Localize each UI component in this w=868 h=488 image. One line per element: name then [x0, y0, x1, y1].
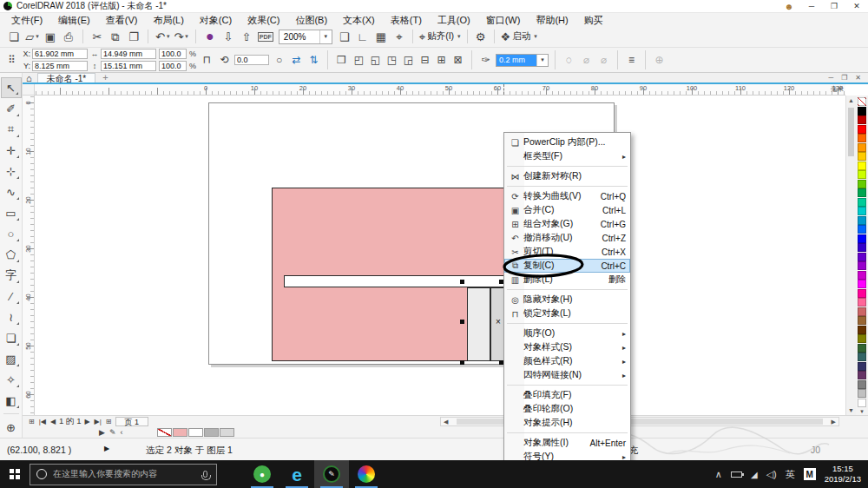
no-color-swatch[interactable] [858, 97, 866, 106]
palette-swatch[interactable] [858, 353, 866, 361]
freehand-pick-tool[interactable]: ⊹ [1, 161, 22, 181]
menubar-item-9[interactable]: 表格(T) [383, 13, 430, 27]
shadow-tool[interactable]: ❏ [1, 327, 22, 348]
context-menu-item-19[interactable]: 颜色样式(R)▸ [504, 354, 630, 368]
context-menu-item-26[interactable]: 对象属性(I)Alt+Enter [504, 436, 630, 450]
doc-close-button[interactable]: ✕ [855, 74, 861, 82]
ellipse-tool[interactable]: ○ [1, 223, 22, 244]
eyedropper-tool[interactable]: ✧ [1, 369, 22, 390]
palette-swatch[interactable] [858, 162, 866, 170]
palette-swatch[interactable] [858, 298, 866, 307]
battery-icon[interactable] [731, 472, 742, 478]
palette-swatch[interactable] [858, 316, 866, 325]
menubar-item-2[interactable]: 编辑(E) [50, 13, 98, 27]
context-menu-item-20[interactable]: 因特网链接(N)▸ [504, 368, 630, 382]
taskbar-app-coreldraw[interactable]: ✎ [314, 460, 349, 488]
cut-button[interactable]: ✂ [89, 28, 106, 45]
context-menu-item-12[interactable]: ▥删除(L)删除 [504, 273, 630, 287]
page-tab[interactable]: 页 1 [115, 417, 149, 426]
palette-swatch[interactable] [858, 125, 866, 134]
text-tool[interactable]: 字 [1, 265, 22, 286]
menubar-item-3[interactable]: 查看(V) [98, 13, 146, 27]
copy-button[interactable]: ⧉ [107, 28, 124, 45]
open-button[interactable]: ▱▾ [23, 28, 41, 45]
create-boundary-button[interactable]: ⊠ [450, 52, 465, 68]
scale-x-field[interactable] [159, 49, 187, 59]
palette-swatch[interactable] [858, 326, 866, 334]
palette-swatch[interactable] [858, 362, 866, 371]
palette-swatch[interactable] [858, 170, 866, 179]
paste-button[interactable]: ❐ [125, 28, 142, 45]
context-menu-item-11[interactable]: ⧉复制(C)Ctrl+C [504, 259, 630, 273]
start-button[interactable] [0, 460, 30, 488]
vertical-ruler[interactable]: 0102030405060 [23, 96, 35, 415]
selection-handle[interactable] [460, 360, 464, 365]
selection-handle[interactable] [460, 280, 464, 284]
palette-swatch[interactable] [858, 271, 866, 280]
palette-swatch[interactable] [858, 225, 866, 234]
palette-swatch[interactable] [858, 198, 866, 207]
clock[interactable]: 15:15 2019/2/13 [825, 464, 861, 485]
palette-swatch[interactable] [858, 289, 866, 298]
mirror-horizontal-icon[interactable]: ⇄ [289, 52, 304, 68]
docpalette-swatch[interactable] [188, 428, 203, 437]
context-menu-item-2[interactable]: 框类型(F)▸ [504, 149, 630, 163]
show-grid-button[interactable]: ▦ [372, 28, 390, 45]
menubar-item-11[interactable]: 窗口(W) [478, 13, 529, 27]
selection-handle[interactable] [460, 320, 464, 324]
palette-swatch[interactable] [858, 216, 866, 225]
speaker-icon[interactable]: ◁) [766, 469, 777, 480]
first-page-button[interactable]: |◀ [38, 417, 47, 426]
curve-tool[interactable]: ∿ [1, 181, 22, 202]
dropdown-caret-icon[interactable]: ▾ [167, 33, 170, 40]
scroll-left-icon[interactable]: ◀ [441, 419, 450, 425]
palette-swatch[interactable] [858, 371, 866, 379]
crop-tool[interactable]: ⌗ [1, 119, 22, 140]
palette-swatch[interactable] [858, 253, 866, 261]
palette-swatch[interactable] [858, 107, 866, 115]
palette-swatch[interactable] [858, 188, 866, 197]
wifi-icon[interactable]: ◢ [751, 470, 758, 479]
horizontal-ruler[interactable]: 毫米 0102030405060708090100110120130 [35, 84, 845, 96]
palette-swatch[interactable] [858, 280, 866, 288]
launch-button[interactable]: ❖ 启动 ▾ [499, 28, 539, 45]
origin-selector-icon[interactable]: ⠿ [4, 52, 19, 68]
doc-restore-button[interactable]: ❐ [841, 74, 847, 82]
context-menu-item-4[interactable]: ⋈创建新对称(R) [504, 169, 630, 183]
menubar-item-12[interactable]: 帮助(H) [528, 13, 575, 27]
y-position-field[interactable] [32, 61, 88, 71]
home-icon[interactable]: ⌂ [26, 73, 32, 83]
context-menu-item-17[interactable]: 顺序(O)▸ [504, 326, 630, 340]
taskbar-app-photopaint[interactable] [349, 460, 384, 488]
transparency-tool[interactable]: ▨ [1, 348, 22, 369]
menubar-item-7[interactable]: 位图(B) [287, 13, 335, 27]
drawing-canvas[interactable]: × [35, 96, 845, 415]
restore-button[interactable]: ❐ [823, 0, 845, 12]
outline-width-caret-icon[interactable]: ▾ [536, 55, 548, 66]
palette-swatch[interactable] [858, 389, 866, 398]
context-menu-item-18[interactable]: 对象样式(S)▸ [504, 340, 630, 354]
docpalette-swatch[interactable] [220, 428, 234, 437]
palette-swatch[interactable] [858, 143, 866, 152]
add-page-button[interactable]: ⊞ [105, 417, 113, 426]
wrap-text-icon[interactable]: ◌ [562, 52, 576, 68]
white-bar-shape[interactable] [284, 275, 506, 287]
palette-swatch[interactable] [858, 180, 866, 188]
context-menu-item-23[interactable]: 叠印轮廓(O) [504, 402, 630, 416]
next-page-button[interactable]: ▶ [83, 417, 90, 426]
trim-button[interactable]: ◱ [368, 52, 383, 68]
menubar-item-4[interactable]: 布局(L) [145, 13, 191, 27]
menubar-item-5[interactable]: 对象(C) [192, 13, 240, 27]
context-menu-item-7[interactable]: ▣合并(C)Ctrl+L [504, 203, 630, 217]
lock-ratio-icon[interactable]: ⊓ [200, 52, 214, 68]
menubar-item-10[interactable]: 工具(O) [430, 13, 478, 27]
context-menu-item-1[interactable]: ❏PowerClip 内部(P)... [504, 135, 630, 149]
quick-customize-icon[interactable]: ⊕ [652, 52, 667, 68]
zoom-level-combo[interactable]: 200% ▾ [279, 30, 332, 44]
gray-rectangle-a[interactable] [467, 287, 490, 361]
snap-indicator-button[interactable]: ⌖ [391, 28, 408, 45]
palette-swatch[interactable] [858, 344, 866, 353]
doc-minimize-button[interactable]: ─ [828, 74, 833, 82]
palette-scroll-icon[interactable]: ▾ [860, 408, 864, 415]
palette-swatch[interactable] [858, 134, 866, 142]
